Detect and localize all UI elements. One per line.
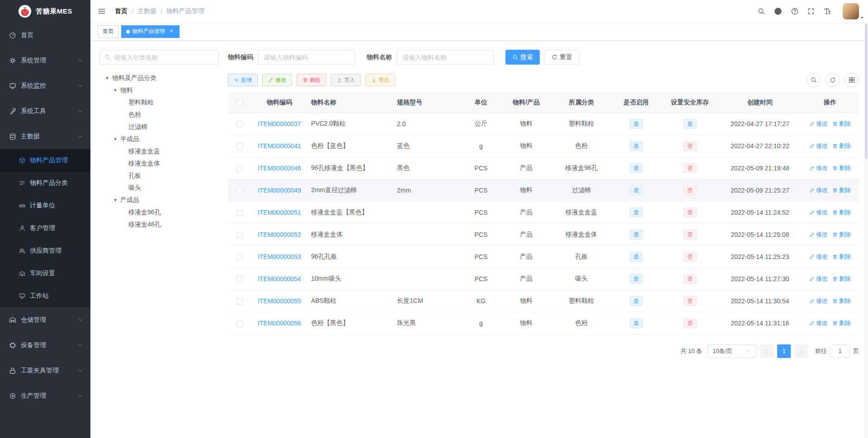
tag-item[interactable]: 首页 <box>98 25 118 38</box>
row-checkbox[interactable] <box>236 320 243 327</box>
row-edit-button[interactable]: 修改 <box>809 142 828 150</box>
grid-circle-button[interactable] <box>844 73 859 87</box>
sidebar-item[interactable]: 生产管理 <box>0 383 90 409</box>
sidebar-subitem[interactable]: 计量单位 <box>0 194 90 217</box>
add-button[interactable]: 新增 <box>228 74 258 86</box>
row-delete-button[interactable]: 删除 <box>832 120 851 128</box>
sidebar-toggle-button[interactable] <box>90 0 113 23</box>
sidebar-item[interactable]: 工装夹具管理 <box>0 358 90 383</box>
page-size-select[interactable]: 10条/页 <box>708 344 756 358</box>
tree-node[interactable]: 移液盒盒盖 <box>99 145 219 157</box>
tree-node[interactable]: ▾半成品 <box>99 133 219 145</box>
sidebar-subitem[interactable]: 车间设置 <box>0 262 90 285</box>
row-delete-button[interactable]: 删除 <box>832 231 851 239</box>
scrollbar[interactable] <box>864 23 868 438</box>
row-delete-button[interactable]: 删除 <box>832 142 851 150</box>
row-edit-button[interactable]: 修改 <box>809 186 828 194</box>
sidebar-item[interactable]: 主数据 <box>0 124 90 149</box>
tree-expand-icon[interactable]: ▾ <box>110 136 120 142</box>
app-logo[interactable]: 苦糖果MES <box>0 0 90 23</box>
tree-node[interactable]: 孔板 <box>99 170 219 182</box>
row-edit-button[interactable]: 修改 <box>809 275 828 283</box>
question-button[interactable] <box>787 0 803 23</box>
search-circle-button[interactable] <box>807 73 821 87</box>
sidebar-subitem[interactable]: 物料产品管理 <box>0 149 90 172</box>
row-delete-button[interactable]: 删除 <box>832 297 851 305</box>
delete-button[interactable]: 删除 <box>297 74 326 86</box>
row-checkbox[interactable] <box>236 121 243 127</box>
row-checkbox[interactable] <box>236 210 243 216</box>
row-edit-button[interactable]: 修改 <box>809 253 828 261</box>
tree-node[interactable]: ▾产成品 <box>99 194 219 206</box>
row-checkbox[interactable] <box>236 143 243 150</box>
row-delete-button[interactable]: 删除 <box>832 186 851 194</box>
edit-button[interactable]: 修改 <box>262 74 292 86</box>
tree-node[interactable]: ▾物料及产品分类 <box>99 72 219 84</box>
prev-page-button[interactable] <box>760 344 774 358</box>
import-button[interactable]: 导入 <box>331 74 361 86</box>
row-edit-button[interactable]: 修改 <box>809 120 828 128</box>
material-code-link[interactable]: ITEM00000052 <box>258 231 301 238</box>
page-1-button[interactable]: 1 <box>777 344 791 358</box>
row-edit-button[interactable]: 修改 <box>809 208 828 217</box>
export-button[interactable]: 导出 <box>365 74 395 86</box>
material-code-link[interactable]: ITEM00000055 <box>258 297 301 305</box>
row-checkbox[interactable] <box>236 276 243 283</box>
tree-node[interactable]: 过滤棉 <box>99 121 219 133</box>
material-code-link[interactable]: ITEM00000056 <box>258 320 301 327</box>
tree-node[interactable]: 移液盒96孔 <box>99 206 219 218</box>
user-menu[interactable] <box>839 0 863 23</box>
github-button[interactable] <box>769 0 787 23</box>
row-delete-button[interactable]: 删除 <box>832 208 851 217</box>
fullscreen-button[interactable] <box>803 0 819 23</box>
row-edit-button[interactable]: 修改 <box>809 231 828 239</box>
tree-node[interactable]: 色粉 <box>99 108 219 121</box>
breadcrumb-item[interactable]: 首页 <box>115 7 127 15</box>
reset-button[interactable]: 重置 <box>544 50 580 65</box>
sidebar-subitem[interactable]: 供应商管理 <box>0 240 90 262</box>
sidebar-subitem[interactable]: 物料产品分类 <box>0 172 90 194</box>
row-edit-button[interactable]: 修改 <box>809 297 828 305</box>
font-size-button[interactable] <box>819 0 835 23</box>
sidebar-item[interactable]: 系统监控 <box>0 73 90 99</box>
category-search-input[interactable] <box>114 54 214 61</box>
select-all-checkbox[interactable] <box>236 100 243 106</box>
tree-node[interactable]: 移液盒盒体 <box>99 157 219 170</box>
material-code-link[interactable]: ITEM00000046 <box>258 165 301 172</box>
row-delete-button[interactable]: 删除 <box>832 319 851 327</box>
material-code-link[interactable]: ITEM00000041 <box>258 142 301 150</box>
row-delete-button[interactable]: 删除 <box>832 275 851 283</box>
tree-node[interactable]: 吸头 <box>99 182 219 194</box>
row-checkbox[interactable] <box>236 254 243 260</box>
search-button[interactable] <box>753 0 769 23</box>
sidebar-item[interactable]: 仓储管理 <box>0 307 90 333</box>
material-code-link[interactable]: ITEM00000049 <box>258 187 301 194</box>
scrollbar-thumb[interactable] <box>865 24 868 159</box>
tag-close-icon[interactable]: × <box>168 28 175 35</box>
material-code-link[interactable]: ITEM00000054 <box>258 275 301 283</box>
row-checkbox[interactable] <box>236 232 243 238</box>
tree-node[interactable]: 移液盒48孔 <box>99 218 219 231</box>
tag-item[interactable]: 物料产品管理× <box>121 25 179 38</box>
goto-page-input[interactable] <box>830 344 850 358</box>
tree-expand-icon[interactable]: ▾ <box>110 87 120 93</box>
sidebar-item[interactable]: 首页 <box>0 23 90 48</box>
sidebar-item[interactable]: 系统管理 <box>0 48 90 73</box>
material-code-input[interactable] <box>258 50 355 65</box>
tree-expand-icon[interactable]: ▾ <box>102 75 112 81</box>
row-checkbox[interactable] <box>236 188 243 194</box>
row-delete-button[interactable]: 删除 <box>832 164 851 172</box>
sidebar-subitem[interactable]: 客户管理 <box>0 217 90 240</box>
row-edit-button[interactable]: 修改 <box>809 319 828 327</box>
next-page-button[interactable] <box>794 344 808 358</box>
row-checkbox[interactable] <box>236 165 243 172</box>
sidebar-item[interactable]: 设备管理 <box>0 333 90 358</box>
material-code-link[interactable]: ITEM00000051 <box>258 209 301 216</box>
sidebar-item[interactable]: 系统工具 <box>0 99 90 124</box>
tree-node[interactable]: ▾物料 <box>99 84 219 96</box>
row-edit-button[interactable]: 修改 <box>809 164 828 172</box>
row-delete-button[interactable]: 删除 <box>832 253 851 261</box>
breadcrumb-item[interactable]: 主数据 <box>137 7 156 15</box>
tree-node[interactable]: 塑料颗粒 <box>99 96 219 108</box>
material-code-link[interactable]: ITEM00000053 <box>258 253 301 260</box>
